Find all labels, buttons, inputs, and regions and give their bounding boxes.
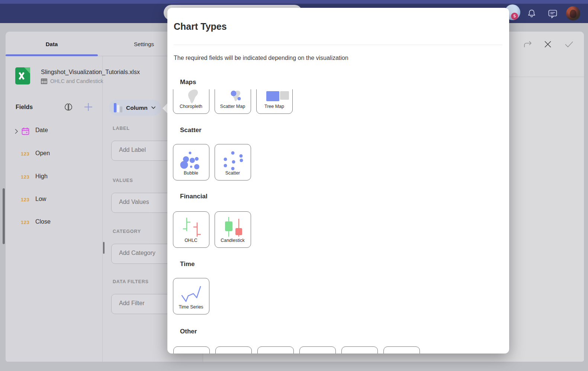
chart-type-tile-other-1[interactable] — [173, 346, 210, 354]
chart-type-tile-other-2[interactable] — [215, 346, 252, 354]
section-heading-maps: Maps — [180, 79, 196, 86]
field-row-low[interactable]: 123 Low — [0, 196, 102, 205]
chart-type-tile-choropleth[interactable]: Choropleth — [173, 89, 209, 114]
sheet-name: OHLC and Candlestick — [50, 78, 103, 84]
bell-icon[interactable] — [527, 8, 537, 19]
page-scrollbar-thumb[interactable] — [3, 188, 5, 244]
section-label: DATA FILTERS — [113, 279, 149, 284]
candlestick-chart-icon — [215, 213, 250, 238]
section-heading-scatter: Scatter — [180, 127, 202, 134]
linear-gauge-icon — [216, 348, 251, 354]
field-row-open[interactable]: 123 Open — [0, 150, 102, 159]
chart-type-tile-other-6[interactable] — [383, 346, 420, 354]
section-heading-financial: Financial — [180, 193, 208, 200]
section-label: VALUES — [113, 178, 133, 183]
section-heading-other: Other — [180, 328, 197, 335]
sheet-grid-icon — [41, 79, 47, 84]
chevron-down-icon — [151, 106, 156, 109]
user-avatar[interactable] — [566, 6, 580, 20]
section-label: CATEGORY — [113, 229, 141, 234]
fields-panel-title: Fields — [16, 104, 33, 111]
bubble-chart-icon — [173, 146, 209, 170]
datasource-file-name: Slingshot_Visualization_Tutorials.xlsx — [41, 69, 140, 76]
close-icon[interactable] — [543, 40, 552, 49]
active-tab-indicator — [6, 54, 98, 56]
ohlc-chart-icon — [173, 213, 209, 238]
excel-file-icon — [15, 67, 30, 84]
check-icon[interactable] — [564, 41, 574, 48]
number-type-badge: 123 — [21, 220, 29, 225]
scatter-map-icon — [215, 89, 250, 104]
field-row-date[interactable]: Date — [0, 127, 102, 136]
number-type-badge: 123 — [21, 174, 29, 180]
radial-chart-icon — [174, 348, 209, 354]
chart-type-tile-tree-map[interactable]: Tree Map — [256, 89, 293, 114]
number-type-badge: 123 — [21, 151, 29, 157]
modal-body: Chart Types The required fields will be … — [167, 8, 509, 354]
gauge-arc-icon — [342, 348, 377, 354]
modal-divider — [174, 45, 502, 45]
field-row-close[interactable]: 123 Close — [0, 218, 102, 227]
chart-type-tile-candlestick[interactable]: Candlestick — [215, 211, 251, 248]
modal-title: Chart Types — [174, 21, 227, 32]
chart-type-tile-other-3[interactable] — [257, 346, 294, 354]
column-chart-icon — [114, 103, 123, 112]
tree-map-icon — [257, 89, 292, 104]
tab-data[interactable]: Data — [6, 41, 98, 47]
chart-type-tile-other-5[interactable] — [341, 346, 378, 354]
panel-divider — [102, 56, 103, 362]
section-label: LABEL — [113, 126, 130, 131]
chart-types-modal: Chart Types The required fields will be … — [167, 8, 509, 354]
gauge-needle-icon — [300, 348, 335, 354]
calendar-icon — [21, 127, 30, 135]
chat-icon[interactable] — [547, 9, 558, 19]
datasource-sheet: OHLC and Candlestick — [41, 78, 103, 84]
chevron-right-icon[interactable] — [14, 128, 19, 134]
field-row-high[interactable]: 123 High — [0, 173, 102, 182]
chart-type-tile-scatter[interactable]: Scatter — [215, 144, 251, 180]
choropleth-icon — [173, 89, 209, 104]
editor-scrollbar-thumb[interactable] — [103, 242, 105, 254]
time-series-icon — [173, 280, 209, 304]
bullet-graph-icon — [258, 348, 293, 354]
chart-type-tile-scatter-map[interactable]: Scatter Map — [215, 89, 251, 114]
chart-type-dropdown[interactable]: Column — [109, 100, 161, 116]
chart-type-tile-time-series[interactable]: Time Series — [173, 278, 209, 314]
add-field-plus-icon[interactable] — [84, 102, 93, 112]
notification-count-badge: 5 — [511, 13, 518, 20]
section-heading-time: Time — [180, 260, 195, 268]
scatter-chart-icon — [215, 146, 250, 170]
doughnut-chart-icon — [384, 348, 419, 354]
number-type-badge: 123 — [21, 197, 29, 202]
chart-type-tile-ohlc[interactable]: OHLC — [173, 211, 209, 248]
redo-icon[interactable] — [523, 40, 533, 49]
brain-icon[interactable] — [63, 102, 74, 112]
chart-type-tile-other-4[interactable] — [299, 346, 336, 354]
chart-type-tile-bubble[interactable]: Bubble — [173, 144, 209, 180]
maps-tile-row: Choropleth Scatter Map Tree Map — [173, 89, 433, 114]
topbar-accent-strip — [0, 0, 588, 4]
modal-subtitle: The required fields will be indicated de… — [174, 55, 348, 61]
